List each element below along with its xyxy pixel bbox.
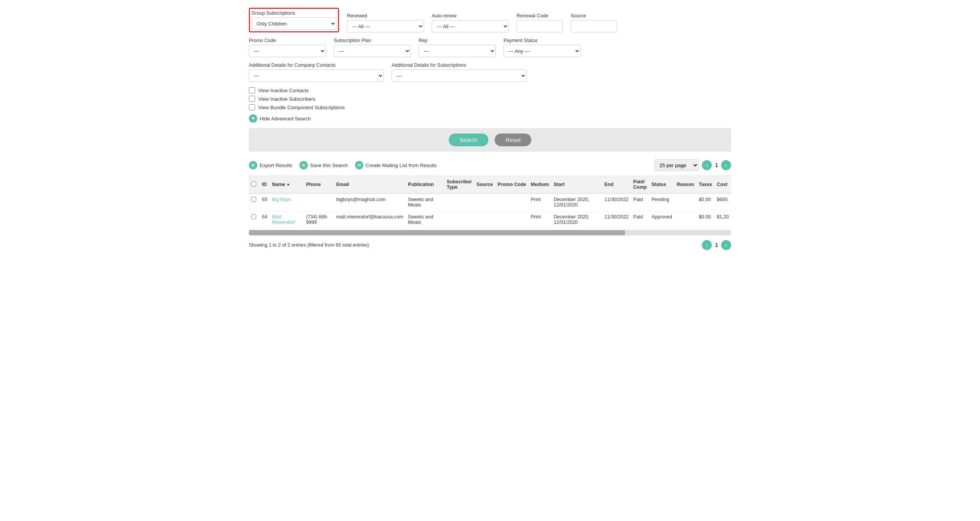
row-taxes: $0.00: [696, 193, 715, 211]
prev-page-button[interactable]: ‹: [702, 160, 712, 170]
search-reset-bar: Search Reset: [249, 128, 731, 152]
additional-company-group: Additional Details for Company Contacts …: [249, 63, 384, 82]
th-end: End: [602, 176, 631, 194]
source-label: Source: [571, 13, 617, 19]
payment-status-group: Payment Status — Any — Paid Unpaid Comp: [504, 38, 581, 57]
source-group: Source: [571, 13, 617, 32]
source-input[interactable]: [571, 20, 617, 32]
hide-advanced-search[interactable]: ▼ Hide Advanced Search: [249, 114, 731, 123]
row-start: December 2020, 12/01/2020: [551, 211, 602, 228]
row-phone: [304, 193, 334, 211]
filter-row-2: Promo Code — Code A Code B Subscription …: [249, 38, 731, 57]
row-publication: Sweets and Meats: [406, 193, 444, 211]
hide-advanced-label: Hide Advanced Search: [260, 116, 311, 122]
save-search-icon: ⊕: [299, 161, 308, 169]
footer-next-page-button[interactable]: ›: [721, 240, 731, 250]
additional-company-label: Additional Details for Company Contacts: [249, 63, 384, 68]
rep-select[interactable]: — Rep A Rep B: [419, 45, 496, 57]
results-table: ID Name Phone Email Publication Subscrib…: [249, 176, 731, 228]
footer-page-number: 1: [715, 242, 718, 248]
subscription-plan-group: Subscription Plan — Plan A Plan B: [334, 38, 411, 57]
row-name: Matt Mierendorf: [270, 211, 304, 228]
group-subscriptions-select[interactable]: Only Children — All — Only Parents No Gr…: [252, 17, 336, 30]
row-id: 64: [260, 211, 270, 228]
additional-company-select[interactable]: — Detail A: [249, 69, 384, 82]
row-paid-comp: Paid: [631, 211, 649, 228]
row-reason: [674, 211, 696, 228]
view-inactive-subscribers-checkbox[interactable]: [249, 96, 255, 102]
row-cost: $600.: [715, 193, 731, 211]
table-footer: Showing 1 to 2 of 2 entries (filtered fr…: [249, 239, 731, 252]
reset-button[interactable]: Reset: [495, 134, 531, 146]
filter-row-1: Group Subscriptions Only Children — All …: [249, 8, 731, 32]
view-inactive-contacts-item: View Inactive Contacts: [249, 87, 731, 93]
search-button[interactable]: Search: [449, 134, 489, 146]
export-icon: ⊕: [249, 161, 257, 169]
rep-label: Rep: [419, 38, 496, 43]
per-page-select[interactable]: 25 per page 50 per page 100 per page: [654, 159, 699, 171]
th-start: Start: [551, 176, 602, 194]
table-scrollbar[interactable]: [249, 230, 731, 235]
create-mailing-list-link[interactable]: ✉ Create Mailing List from Results: [355, 161, 437, 169]
row-source: [474, 193, 495, 211]
row-checkbox-0[interactable]: [251, 197, 256, 202]
results-toolbar: ⊕ Export Results ⊕ Save this Search ✉ Cr…: [249, 159, 731, 171]
save-search-label: Save this Search: [310, 162, 348, 168]
auto-renew-select[interactable]: — All — Yes No: [432, 20, 509, 32]
row-email: bigboys@maghub.com: [334, 193, 406, 211]
row-checkbox-cell: [249, 193, 260, 211]
row-medium: Print: [529, 193, 551, 211]
th-subscriber-type: SubscriberType: [444, 176, 474, 194]
th-promo-code: Promo Code: [495, 176, 528, 194]
th-id: ID: [260, 176, 270, 194]
results-actions: ⊕ Export Results ⊕ Save this Search ✉ Cr…: [249, 161, 437, 169]
view-inactive-subscribers-label: View Inactive Subscribers: [258, 96, 316, 102]
th-source: Source: [474, 176, 495, 194]
promo-code-select[interactable]: — Code A Code B: [249, 45, 326, 57]
view-bundle-component-checkbox[interactable]: [249, 104, 255, 110]
pagination-right: 25 per page 50 per page 100 per page ‹ 1…: [654, 159, 731, 171]
next-page-button[interactable]: ›: [721, 160, 731, 170]
th-email: Email: [334, 176, 406, 194]
row-name-link[interactable]: Big Boys: [272, 197, 291, 202]
footer-pagination: ‹ 1 ›: [702, 240, 731, 250]
mailing-list-icon: ✉: [355, 161, 363, 169]
renewed-select[interactable]: — All — Yes No: [347, 20, 424, 32]
renewal-code-input[interactable]: [517, 20, 563, 32]
view-bundle-component-item: View Bundle Component Subscriptions: [249, 104, 731, 110]
footer-prev-page-button[interactable]: ‹: [702, 240, 712, 250]
row-promo-code: [495, 193, 528, 211]
save-search-link[interactable]: ⊕ Save this Search: [299, 161, 348, 169]
row-cost: $1,20: [715, 211, 731, 228]
row-promo-code: [495, 211, 528, 228]
view-inactive-contacts-checkbox[interactable]: [249, 87, 255, 93]
row-medium: Print: [529, 211, 551, 228]
row-name-link[interactable]: Matt Mierendorf: [272, 214, 295, 225]
th-paid-comp: Paid/Comp: [631, 176, 649, 194]
th-taxes: Taxes: [696, 176, 715, 194]
table-header-row: ID Name Phone Email Publication Subscrib…: [249, 176, 731, 194]
create-mailing-list-label: Create Mailing List from Results: [366, 162, 437, 168]
row-publication: Sweets and Meats: [406, 211, 444, 228]
group-subscriptions-group: Group Subscriptions Only Children — All …: [249, 8, 339, 32]
export-results-link[interactable]: ⊕ Export Results: [249, 161, 292, 169]
view-inactive-contacts-label: View Inactive Contacts: [258, 88, 309, 93]
row-phone: (734) 666-9999: [304, 211, 334, 228]
view-inactive-subscribers-item: View Inactive Subscribers: [249, 96, 731, 102]
th-name[interactable]: Name: [270, 176, 304, 194]
select-all-checkbox[interactable]: [251, 181, 256, 186]
table-scrollbar-thumb: [249, 230, 625, 235]
payment-status-select[interactable]: — Any — Paid Unpaid Comp: [504, 45, 581, 57]
row-email: matt.mierendorf@kacousa.com: [334, 211, 406, 228]
auto-renew-group: Auto-renew — All — Yes No: [432, 13, 509, 32]
additional-subscriptions-select[interactable]: — Detail A: [392, 69, 527, 82]
hide-advanced-icon: ▼: [249, 114, 257, 123]
row-reason: [674, 193, 696, 211]
filter-section: Group Subscriptions Only Children — All …: [249, 4, 731, 123]
row-checkbox-1[interactable]: [251, 214, 256, 219]
group-subscriptions-label: Group Subscriptions: [252, 10, 336, 16]
renewal-code-group: Renewal Code: [517, 13, 563, 32]
subscription-plan-select[interactable]: — Plan A Plan B: [334, 45, 411, 57]
row-status: Approved: [649, 211, 675, 228]
renewal-code-label: Renewal Code: [517, 13, 563, 19]
